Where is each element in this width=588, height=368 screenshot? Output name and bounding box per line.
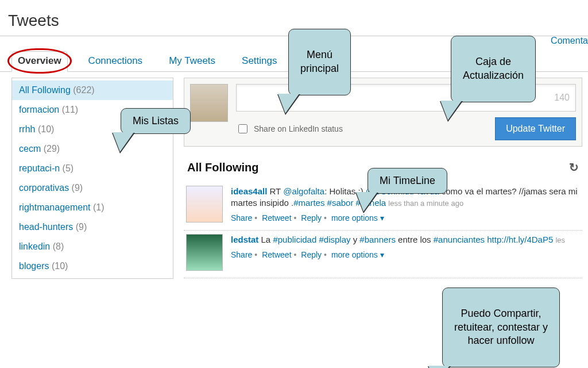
tweet-text: entre los [396, 235, 434, 244]
callout-mis-listas: Mis Listas [121, 108, 191, 134]
tab-mytweets-label: My Tweets [169, 55, 215, 66]
char-count: 140 [554, 93, 570, 103]
sidebar-item-count: (1) [93, 202, 105, 212]
sidebar-item-count: (11) [62, 105, 78, 114]
sidebar-item-label: rightmanagement [19, 202, 91, 212]
sidebar-item-count: (10) [38, 124, 54, 134]
tweet-text: La [261, 235, 273, 244]
tweet-avatar [186, 186, 223, 223]
tweet-action-share[interactable]: Share [231, 213, 252, 223]
tweet-action-more[interactable]: more options ▾ [331, 250, 384, 259]
sidebar-item-count: (10) [52, 261, 68, 271]
tweet-avatar [186, 234, 223, 271]
tweet-hashtags[interactable]: #publicidad #display [273, 235, 350, 244]
sidebar-item-count: (29) [44, 144, 60, 154]
sidebar-item-label: All Following [19, 85, 71, 95]
tweet-time: less than a minute ago [388, 199, 463, 208]
sidebar-item-count: (8) [53, 241, 64, 251]
sidebar-item-label: formacion [19, 105, 59, 114]
refresh-icon[interactable]: ↻ [569, 160, 579, 174]
sidebar-item-cecm[interactable]: cecm (29) [12, 139, 173, 159]
tweet-action-reply[interactable]: Reply [301, 250, 322, 259]
page-title-text: Tweets [8, 12, 59, 29]
sidebar-item-label: head-hunters [19, 222, 73, 232]
tweet-row: ledstat La #publicidad #display y #banne… [184, 231, 582, 278]
sidebar-item-label: blogers [19, 261, 49, 271]
sidebar-item-linkedin[interactable]: linkedin (8) [12, 237, 173, 256]
callout-text: Mi TimeLine [380, 175, 435, 186]
update-twitter-button[interactable]: Update Twitter [495, 117, 576, 140]
tab-settings-label: Settings [242, 55, 277, 66]
sidebar-item-reputacion[interactable]: reputaci-n (5) [12, 159, 173, 178]
comments-link[interactable]: Comenta [551, 36, 588, 46]
sidebar-item-count: (9) [76, 222, 87, 232]
sidebar-item-corporativas[interactable]: corporativas (9) [12, 178, 173, 198]
tab-overview-label: Overview [18, 55, 61, 66]
tweet-author[interactable]: ideas4all [231, 186, 267, 196]
callout-text: Menú principal [300, 49, 339, 74]
tweet-action-reply[interactable]: Reply [301, 213, 322, 223]
sidebar-item-blogers[interactable]: blogers (10) [12, 256, 173, 276]
callout-caja-actualizacion: Caja de Actualización [451, 36, 536, 102]
sidebar-item-count: (5) [63, 163, 74, 173]
sidebar-item-label: linkedin [19, 241, 50, 251]
tweet-link[interactable]: http://ht.ly/4DaP5 [485, 235, 553, 244]
update-twitter-button-label: Update Twitter [506, 124, 565, 133]
sidebar-item-label: reputaci-n [19, 163, 60, 173]
tweet-mention[interactable]: @algofalta [283, 186, 324, 196]
tweet-body: ledstat La #publicidad #display y #banne… [231, 234, 580, 271]
callout-menu-principal: Menú principal [288, 29, 351, 95]
tweet-time: les [555, 236, 565, 244]
sidebar-item-head-hunters[interactable]: head-hunters (9) [12, 217, 173, 237]
tweet-author[interactable]: ledstat [231, 235, 258, 244]
sidebar-item-count: (622) [73, 85, 94, 95]
tab-mytweets[interactable]: My Tweets [163, 52, 221, 71]
tweet-text: y [351, 235, 360, 244]
tab-overview[interactable]: Overview [11, 51, 68, 72]
callout-text: Puedo Compartir, retuitear, contestar y … [454, 308, 548, 346]
timeline-header-text: All Following [187, 161, 258, 174]
tweet-hashtags[interactable]: #anunciantes [434, 235, 485, 244]
sidebar-item-label: corporativas [19, 183, 69, 193]
tweet-action-retweet[interactable]: Retweet [262, 250, 291, 259]
sidebar-item-count: (9) [72, 183, 83, 193]
tab-connections-label: Connections [88, 55, 143, 66]
tweet-hashtags[interactable]: #banners [359, 235, 396, 244]
tweet-action-more[interactable]: more options ▾ [331, 213, 384, 223]
tab-settings[interactable]: Settings [236, 52, 283, 71]
callout-actions: Puedo Compartir, retuitear, contestar y … [442, 288, 560, 367]
callout-mi-timeline: Mi TimeLine [368, 168, 447, 194]
tab-connections[interactable]: Connections [83, 52, 149, 71]
sidebar-item-rightmanagement[interactable]: rightmanagement (1) [12, 198, 173, 217]
profile-avatar [190, 84, 228, 122]
tweet-text: RT [270, 186, 284, 196]
share-linkedin-checkbox[interactable] [238, 124, 247, 133]
callout-text: Mis Listas [133, 115, 179, 126]
tweet-actions: Share• Retweet• Reply• more options ▾ [231, 250, 580, 260]
share-linkedin-label[interactable]: Share on LinkedIn status [236, 122, 343, 135]
tweet-actions: Share• Retweet• Reply• more options ▾ [231, 213, 580, 224]
update-actions: Share on LinkedIn status Update Twitter [236, 117, 576, 140]
share-linkedin-text: Share on LinkedIn status [254, 124, 343, 133]
sidebar-item-label: rrhh [19, 124, 35, 134]
sidebar-item-all-following[interactable]: All Following (622) [12, 80, 173, 100]
callout-text: Caja de Actualización [463, 56, 524, 80]
tweet-action-share[interactable]: Share [231, 250, 252, 259]
tweet-action-retweet[interactable]: Retweet [262, 213, 291, 223]
sidebar-item-label: cecm [19, 144, 41, 154]
